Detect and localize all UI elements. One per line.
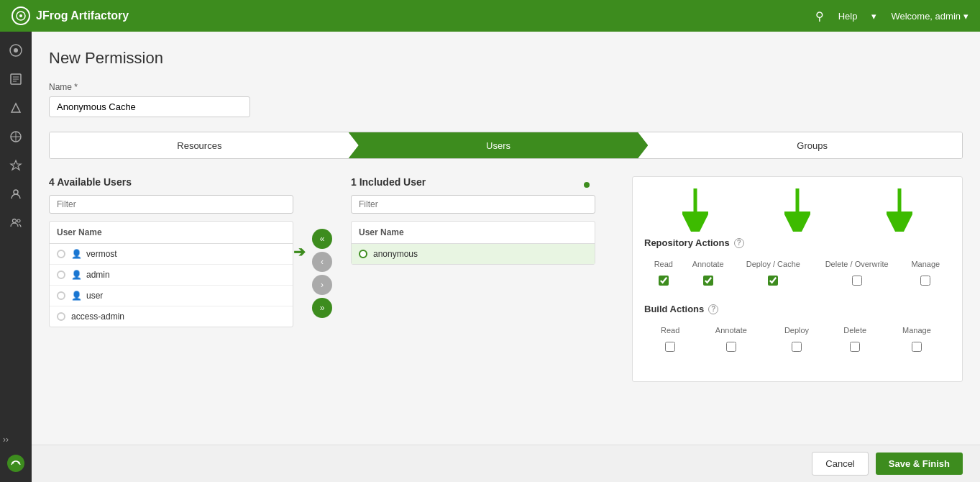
- user-name-admin: admin: [86, 270, 110, 280]
- build-deploy-cell: [767, 339, 825, 357]
- step-groups[interactable]: Groups: [648, 132, 962, 158]
- user-name-anonymous: anonymous: [373, 249, 418, 259]
- repo-annotate-cell: [683, 273, 733, 291]
- move-right-button[interactable]: ‹: [312, 252, 332, 272]
- user-radio-user[interactable]: [57, 291, 65, 300]
- included-users-title: 1 Included User: [351, 176, 595, 188]
- included-users-panel: 1 Included User User Name anonymous ➔: [351, 176, 595, 327]
- users-section: 4 Available Users User Name 👤 vermost 👤 …: [49, 176, 963, 327]
- build-deploy-checkbox[interactable]: [792, 342, 802, 352]
- user-chevron: ▾: [963, 11, 968, 22]
- step-users-label: Users: [486, 140, 510, 151]
- step-resources[interactable]: Resources: [50, 132, 349, 158]
- build-read-checkbox[interactable]: [665, 342, 675, 352]
- available-users-header: User Name: [50, 222, 293, 244]
- build-col-deploy: Deploy: [767, 323, 825, 337]
- sidebar-item-xray[interactable]: [3, 153, 29, 178]
- step-users[interactable]: Users: [349, 132, 649, 158]
- svg-point-1: [19, 14, 22, 17]
- user-radio-admin[interactable]: [57, 270, 65, 279]
- svg-point-9: [7, 455, 24, 472]
- step-resources-label: Resources: [177, 140, 221, 151]
- user-icon-user: 👤: [71, 291, 82, 301]
- sidebar-item-builds[interactable]: [3, 95, 29, 121]
- sidebar-expand[interactable]: ››: [3, 435, 29, 445]
- move-all-right-button[interactable]: «: [312, 229, 332, 249]
- cancel-button[interactable]: Cancel: [812, 452, 868, 476]
- build-annotate-checkbox[interactable]: [726, 342, 736, 352]
- user-name-access-admin: access-admin: [71, 312, 124, 322]
- sidebar-item-distribution[interactable]: [3, 124, 29, 150]
- user-row-anonymous[interactable]: anonymous ➔: [352, 244, 595, 264]
- build-actions-table: Read Annotate Deploy Delete Manage: [644, 322, 951, 358]
- build-actions-help-icon[interactable]: ?: [708, 304, 718, 314]
- user-radio-vermost[interactable]: [57, 250, 65, 258]
- repo-deploy-checkbox[interactable]: [768, 276, 778, 286]
- svg-point-3: [14, 48, 18, 53]
- repo-delete-cell: [813, 273, 901, 291]
- svg-point-7: [13, 219, 17, 223]
- topbar: JFrog Artifactory ⚲ Help ▾ Welcome, admi…: [0, 0, 980, 32]
- arrows-panel: « ‹ › »: [308, 176, 336, 327]
- save-finish-button[interactable]: Save & Finish: [876, 453, 963, 475]
- col-delete-overwrite: Delete / Overwrite: [813, 257, 901, 271]
- user-menu[interactable]: Welcome, admin: [891, 11, 961, 22]
- sidebar-bottom: ››: [3, 435, 29, 476]
- col-annotate: Annotate: [683, 257, 733, 271]
- included-users-col-header: User Name: [359, 227, 404, 237]
- bottom-bar: Cancel Save & Finish: [32, 445, 980, 482]
- logo-circle: [12, 6, 30, 25]
- repo-annotate-checkbox[interactable]: [703, 276, 713, 286]
- name-section: Name *: [49, 82, 963, 117]
- sidebar-item-admin[interactable]: [3, 181, 29, 207]
- user-radio-anonymous[interactable]: [359, 250, 367, 258]
- col-read: Read: [646, 257, 682, 271]
- move-left-button[interactable]: ›: [312, 275, 332, 295]
- build-col-annotate: Annotate: [696, 323, 766, 337]
- search-icon[interactable]: ⚲: [815, 9, 824, 23]
- sidebar-item-home[interactable]: [3, 37, 29, 63]
- build-manage-checkbox[interactable]: [912, 342, 922, 352]
- user-row-access-admin[interactable]: access-admin: [50, 306, 293, 327]
- sidebar-item-packages[interactable]: [3, 66, 29, 92]
- build-col-delete: Delete: [828, 323, 883, 337]
- green-arrows-decoration: [644, 188, 951, 232]
- move-all-left-button[interactable]: »: [312, 298, 332, 318]
- user-row-vermost[interactable]: 👤 vermost: [50, 244, 293, 265]
- green-arrow-1: [682, 188, 708, 232]
- sidebar-item-frog-logo[interactable]: [3, 450, 29, 476]
- repo-manage-cell: [902, 273, 949, 291]
- build-manage-cell: [884, 339, 949, 357]
- available-users-table: User Name 👤 vermost 👤 admin 👤 user: [49, 221, 293, 327]
- available-users-col-header: User Name: [57, 227, 102, 237]
- repo-actions-help-icon[interactable]: ?: [734, 238, 744, 248]
- repo-actions-table: Read Annotate Deploy / Cache Delete / Ov…: [644, 255, 951, 292]
- build-actions-label: Build Actions: [644, 304, 704, 314]
- green-arrow-2: [784, 188, 810, 232]
- user-row-user[interactable]: 👤 user: [50, 286, 293, 306]
- user-radio-access-admin[interactable]: [57, 312, 65, 321]
- user-row-admin[interactable]: 👤 admin: [50, 265, 293, 286]
- user-name-vermost: vermost: [86, 249, 117, 259]
- build-annotate-cell: [696, 339, 766, 357]
- steps-bar: Resources Users Groups: [49, 132, 963, 159]
- available-users-filter[interactable]: [49, 195, 293, 214]
- col-deploy-cache: Deploy / Cache: [735, 257, 812, 271]
- green-dot-indicator: [584, 182, 590, 188]
- repo-read-checkbox[interactable]: [659, 276, 669, 286]
- included-users-filter[interactable]: [351, 195, 595, 214]
- repo-actions-label: Repository Actions: [644, 237, 730, 248]
- name-label: Name *: [49, 82, 963, 92]
- name-input[interactable]: [49, 96, 250, 117]
- available-users-panel: 4 Available Users User Name 👤 vermost 👤 …: [49, 176, 293, 327]
- logo: JFrog Artifactory: [12, 6, 129, 25]
- repo-delete-checkbox[interactable]: [852, 276, 862, 286]
- main-content: New Permission Name * Resources Users Gr…: [32, 32, 980, 482]
- build-read-cell: [646, 339, 695, 357]
- build-delete-checkbox[interactable]: [850, 342, 860, 352]
- page-title: New Permission: [49, 49, 963, 68]
- repo-manage-checkbox[interactable]: [920, 276, 930, 286]
- user-icon-admin: 👤: [71, 270, 82, 280]
- sidebar-item-user-mgmt[interactable]: [3, 210, 29, 236]
- help-menu[interactable]: Help: [838, 11, 858, 22]
